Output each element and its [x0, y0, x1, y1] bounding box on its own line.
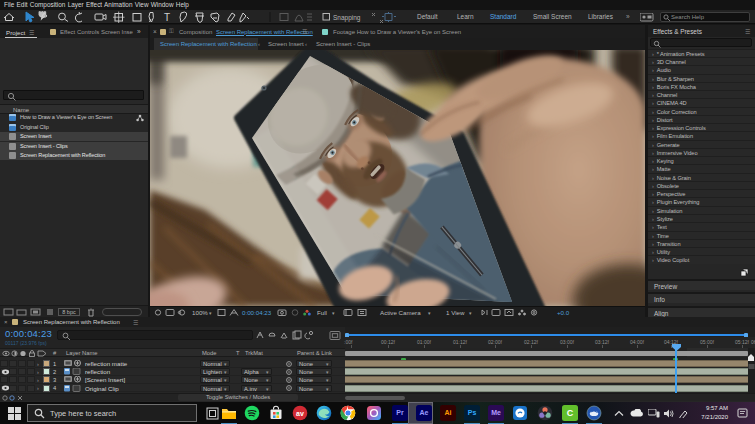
svg-text:1 View: 1 View	[446, 309, 465, 316]
svg-text:100%: 100%	[192, 309, 208, 316]
svg-text:▾: ▾	[209, 310, 212, 316]
svg-text:Active Camera: Active Camera	[380, 309, 421, 316]
svg-text:T: T	[164, 12, 170, 23]
svg-text:▾: ▾	[428, 310, 431, 316]
svg-text:av: av	[296, 410, 304, 417]
svg-text:0:00:04:23: 0:00:04:23	[242, 309, 272, 316]
svg-text:Full: Full	[317, 309, 327, 316]
svg-text:Snapping: Snapping	[333, 14, 361, 22]
svg-text:▾: ▾	[332, 310, 335, 316]
svg-text:+0.0: +0.0	[557, 309, 570, 316]
svg-text:▾: ▾	[469, 310, 472, 316]
